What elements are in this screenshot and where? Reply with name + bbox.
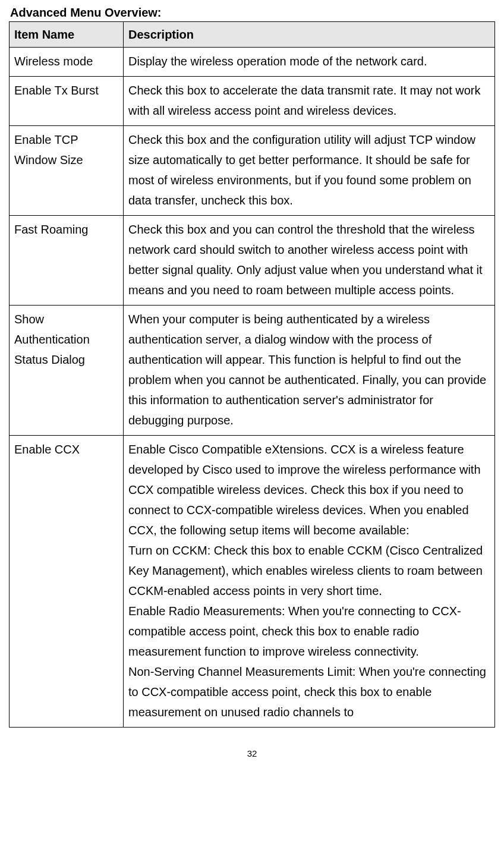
cell-description: When your computer is being authenticate… [124, 306, 495, 436]
section-title: Advanced Menu Overview: [9, 6, 495, 20]
table-row: Enable CCX Enable Cisco Compatible eXten… [10, 436, 495, 728]
table-header-row: Item Name Description [10, 22, 495, 48]
page-number: 32 [9, 748, 495, 758]
header-description: Description [124, 22, 495, 48]
cell-item-name: Enable CCX [10, 436, 124, 728]
overview-table: Item Name Description Wireless mode Disp… [9, 21, 495, 728]
table-row: Wireless mode Display the wireless opera… [10, 48, 495, 77]
cell-item-name: Enable TCP Window Size [10, 126, 124, 216]
table-row: Fast Roaming Check this box and you can … [10, 216, 495, 306]
cell-item-name: Fast Roaming [10, 216, 124, 306]
header-item-name: Item Name [10, 22, 124, 48]
cell-description: Display the wireless operation mode of t… [124, 48, 495, 77]
table-row: Enable TCP Window Size Check this box an… [10, 126, 495, 216]
cell-item-name: Wireless mode [10, 48, 124, 77]
cell-item-name: Show Authentication Status Dialog [10, 306, 124, 436]
cell-item-name: Enable Tx Burst [10, 77, 124, 126]
cell-description: Check this box to accelerate the data tr… [124, 77, 495, 126]
cell-description: Check this box and you can control the t… [124, 216, 495, 306]
cell-description: Enable Cisco Compatible eXtensions. CCX … [124, 436, 495, 728]
table-row: Enable Tx Burst Check this box to accele… [10, 77, 495, 126]
cell-description: Check this box and the configuration uti… [124, 126, 495, 216]
table-row: Show Authentication Status Dialog When y… [10, 306, 495, 436]
